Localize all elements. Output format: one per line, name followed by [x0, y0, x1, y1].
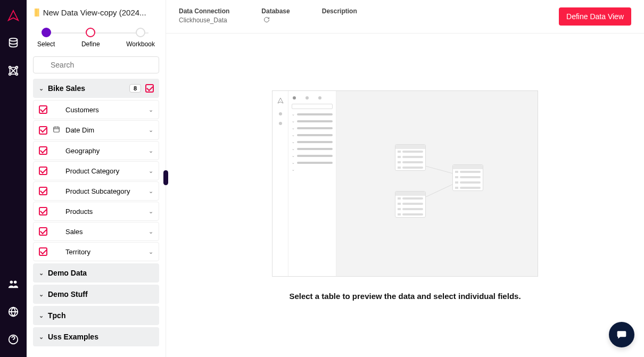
canvas-area: ⌄ ⌄ ⌄ ⌄ ⌄ ⌄ ⌄ ⌄ ⌄ — [166, 34, 644, 357]
table-row[interactable]: Sales ⌄ — [33, 222, 159, 241]
step-indicator: Select Define Workbook — [27, 22, 166, 51]
logo-icon[interactable] — [7, 10, 19, 23]
group-tpch[interactable]: ⌄ Tpch — [33, 306, 159, 325]
chevron-down-icon[interactable]: ⌄ — [148, 127, 153, 134]
page-title: New Data View-copy (2024... — [43, 8, 146, 17]
svg-point-6 — [14, 281, 16, 284]
define-data-view-button[interactable]: Define Data View — [559, 7, 631, 26]
help-icon[interactable] — [7, 334, 19, 347]
table-checkbox[interactable] — [39, 146, 47, 155]
svg-rect-10 — [54, 127, 60, 132]
chevron-down-icon: ⌄ — [38, 270, 44, 277]
group-uss-examples[interactable]: ⌄ Uss Examples — [33, 327, 159, 346]
header-database: Database — [261, 7, 290, 24]
table-checkbox[interactable] — [39, 187, 47, 195]
table-row[interactable]: Product Subcategory ⌄ — [33, 181, 159, 201]
table-checkbox[interactable] — [39, 126, 47, 135]
step-workbook[interactable]: Workbook — [126, 28, 155, 48]
database-icon[interactable] — [7, 37, 19, 51]
sidebar-panel: |||| New Data View-copy (2024... Select … — [27, 0, 166, 357]
count-badge: 8 — [129, 84, 141, 93]
refresh-icon[interactable] — [263, 16, 270, 24]
table-checkbox[interactable] — [39, 105, 47, 114]
group-demo-data[interactable]: ⌄ Demo Data — [33, 263, 159, 283]
step-select[interactable]: Select — [37, 28, 55, 48]
schema-tree: ⌄ Bike Sales 8 Customers ⌄ Date Dim ⌄ — [27, 79, 166, 348]
chevron-down-icon: ⌄ — [38, 85, 44, 92]
left-nav-rail — [0, 0, 27, 357]
chevron-down-icon: ⌄ — [38, 334, 44, 341]
svg-point-2 — [16, 67, 18, 69]
svg-point-0 — [10, 38, 18, 41]
placeholder-illustration: ⌄ ⌄ ⌄ ⌄ ⌄ ⌄ ⌄ ⌄ ⌄ — [272, 90, 538, 277]
table-checkbox[interactable] — [39, 207, 47, 215]
svg-point-3 — [9, 73, 11, 76]
table-row[interactable]: Customers ⌄ — [33, 100, 159, 119]
svg-point-5 — [10, 281, 13, 284]
chevron-down-icon: ⌄ — [38, 312, 44, 319]
table-checkbox[interactable] — [39, 247, 47, 256]
chevron-down-icon[interactable]: ⌄ — [148, 168, 153, 175]
panel-resize-handle[interactable] — [163, 170, 168, 185]
table-checkbox[interactable] — [39, 167, 47, 175]
group-checkbox[interactable] — [145, 84, 154, 93]
search-input[interactable] — [33, 56, 159, 73]
table-row[interactable]: Geography ⌄ — [33, 141, 159, 160]
header-description: Description — [322, 7, 357, 16]
table-row[interactable]: Product Category ⌄ — [33, 161, 159, 180]
chevron-down-icon[interactable]: ⌄ — [148, 228, 153, 235]
header-connection: Data Connection Clickhouse_Data — [179, 7, 229, 24]
chevron-down-icon[interactable]: ⌄ — [148, 248, 153, 255]
globe-icon[interactable] — [7, 306, 19, 320]
panel-title-row: |||| New Data View-copy (2024... — [27, 0, 166, 22]
chevron-down-icon: ⌄ — [38, 291, 44, 298]
group-bike-sales[interactable]: ⌄ Bike Sales 8 — [33, 79, 159, 98]
mini-logo-icon — [277, 96, 284, 106]
bars-icon: |||| — [34, 7, 39, 17]
chat-launcher[interactable] — [609, 322, 634, 347]
main-header: Data Connection Clickhouse_Data Database… — [166, 0, 644, 34]
svg-point-1 — [9, 67, 11, 69]
canvas-message: Select a table to preview the data and s… — [289, 292, 521, 301]
model-icon[interactable] — [7, 65, 19, 79]
users-icon[interactable] — [7, 278, 19, 292]
svg-point-4 — [16, 73, 18, 76]
group-demo-stuff[interactable]: ⌄ Demo Stuff — [33, 285, 159, 304]
chevron-down-icon[interactable]: ⌄ — [148, 208, 153, 215]
chevron-down-icon[interactable]: ⌄ — [148, 188, 153, 195]
table-row[interactable]: Date Dim ⌄ — [33, 120, 159, 140]
table-row[interactable]: Products ⌄ — [33, 202, 159, 221]
calendar-icon — [53, 126, 60, 135]
main-area: Data Connection Clickhouse_Data Database… — [166, 0, 644, 357]
chevron-down-icon[interactable]: ⌄ — [148, 147, 153, 154]
step-define[interactable]: Define — [81, 28, 100, 48]
table-checkbox[interactable] — [39, 227, 47, 236]
table-row[interactable]: Territory ⌄ — [33, 242, 159, 261]
chevron-down-icon[interactable]: ⌄ — [148, 106, 153, 113]
